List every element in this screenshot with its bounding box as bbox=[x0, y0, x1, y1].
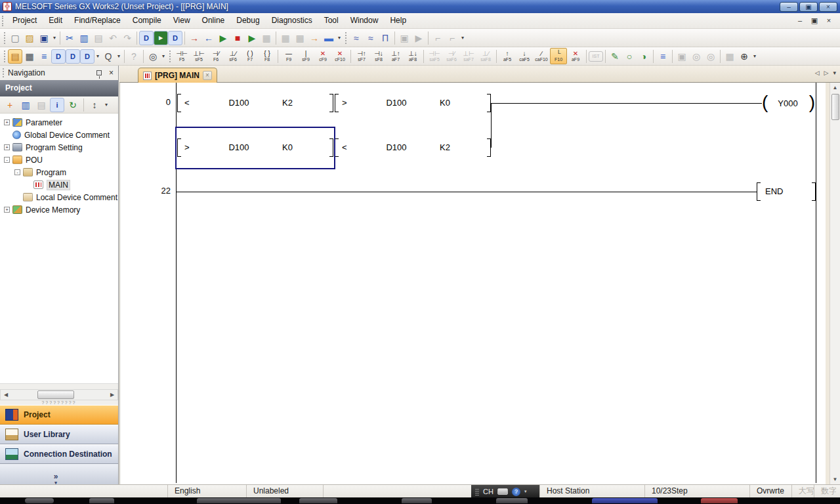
tree-item-global-device-comment[interactable]: Global Device Comment bbox=[0, 129, 118, 141]
ladder-end-instruction[interactable]: END bbox=[757, 182, 816, 201]
restore-button[interactable]: ▣ bbox=[799, 2, 818, 12]
scrollbar-thumb[interactable] bbox=[831, 94, 839, 120]
menu-edit[interactable]: Edit bbox=[43, 13, 68, 28]
menu-compile[interactable]: Compile bbox=[127, 13, 167, 28]
panel-grip[interactable] bbox=[3, 68, 4, 77]
coil-button[interactable]: ( )F7 bbox=[242, 48, 259, 64]
ime-language[interactable]: CH bbox=[483, 488, 494, 495]
sort-filter-icon[interactable]: ↕ bbox=[87, 98, 102, 112]
skip-execution-icon[interactable]: → bbox=[307, 31, 322, 45]
tree-item-program[interactable]: -Program bbox=[0, 166, 118, 178]
dropdown-arrow-icon[interactable]: ▾ bbox=[751, 53, 758, 59]
tree-horizontal-scrollbar[interactable]: ◀ ▶ bbox=[0, 389, 118, 400]
menu-debug[interactable]: Debug bbox=[230, 13, 265, 28]
edit-device-comment-icon[interactable]: ✎ bbox=[608, 49, 622, 64]
toolbar-grip[interactable] bbox=[169, 51, 171, 62]
language-bar[interactable]: CH ? ▾ bbox=[471, 485, 539, 498]
tree-item-parameter[interactable]: +Parameter bbox=[0, 116, 118, 129]
copy-icon[interactable]: ▥ bbox=[77, 31, 91, 45]
minimize-button[interactable]: – bbox=[780, 2, 798, 12]
start-simulation-icon[interactable]: ▸ bbox=[154, 31, 168, 45]
device-comment-list-icon[interactable]: D bbox=[51, 49, 66, 64]
tree-expander-icon[interactable]: - bbox=[14, 169, 20, 175]
invert-result-button[interactable]: ↑aF5 bbox=[499, 48, 516, 64]
view-selector-more[interactable]: » ▾ bbox=[0, 464, 118, 485]
scroll-down-icon[interactable]: ▼ bbox=[830, 474, 840, 484]
tree-item-device-memory[interactable]: +Device Memory bbox=[0, 203, 118, 216]
taskbar-item[interactable] bbox=[701, 498, 738, 503]
menu-view[interactable]: View bbox=[167, 13, 196, 28]
vertical-scrollbar[interactable]: ▲ ▼ bbox=[830, 83, 840, 484]
falling-pulse-branch-button[interactable]: ⊥↓aF8 bbox=[404, 48, 421, 64]
taskbar-item[interactable] bbox=[299, 498, 337, 503]
monitor-watch-icon[interactable]: ▶ bbox=[245, 31, 259, 45]
dropdown-arrow-icon[interactable]: ▾ bbox=[459, 35, 466, 41]
close-button[interactable]: × bbox=[819, 2, 837, 12]
mdi-restore-button[interactable]: ▣ bbox=[810, 16, 819, 25]
tree-item-program-setting[interactable]: +Program Setting bbox=[0, 141, 118, 154]
cross-reference-icon[interactable]: ◎ bbox=[146, 49, 160, 64]
tree-expander-icon[interactable]: - bbox=[4, 157, 10, 163]
pin-icon[interactable] bbox=[96, 70, 102, 75]
scrollbar-thumb[interactable] bbox=[37, 390, 74, 399]
write-to-plc-icon[interactable]: → bbox=[187, 31, 201, 45]
tab-scroll-right-icon[interactable]: ▷ bbox=[824, 70, 829, 76]
cut-icon[interactable]: ✂ bbox=[62, 31, 77, 45]
dropdown-arrow-icon[interactable]: ▾ bbox=[94, 53, 101, 59]
new-data-icon[interactable]: + bbox=[3, 98, 17, 112]
dropdown-arrow-icon[interactable]: ▾ bbox=[160, 53, 167, 59]
toolbar-grip[interactable] bbox=[4, 51, 5, 62]
view-button-user-library[interactable]: User Library bbox=[0, 425, 118, 444]
horizontal-line-button[interactable]: —F9 bbox=[280, 48, 297, 64]
tree-expander-icon[interactable]: + bbox=[4, 207, 10, 213]
device-display-icon[interactable]: D bbox=[80, 49, 94, 64]
view-button-connection-destination[interactable]: Connection Destination bbox=[0, 444, 118, 464]
new-project-icon[interactable]: ▢ bbox=[8, 31, 22, 45]
dropdown-arrow-icon[interactable]: ▾ bbox=[51, 35, 58, 41]
open-project-icon[interactable]: ▨ bbox=[22, 31, 37, 45]
delete-line-mode-button[interactable]: ✕aF9 bbox=[567, 48, 584, 64]
toolbar-grip[interactable] bbox=[345, 32, 346, 44]
ladder-contact[interactable]: >D100K0 bbox=[335, 94, 491, 112]
delete-horizontal-line-button[interactable]: ✕cF9 bbox=[314, 48, 331, 64]
taskbar-item[interactable] bbox=[89, 498, 114, 503]
scroll-right-icon[interactable]: ▶ bbox=[107, 390, 117, 400]
tree-item-main[interactable]: MAIN bbox=[0, 178, 118, 191]
delete-line-button[interactable]: ∕caF10 bbox=[533, 48, 550, 64]
output-window-icon[interactable]: ≡ bbox=[37, 49, 51, 64]
windows-taskbar[interactable] bbox=[0, 497, 840, 504]
view-button-project[interactable]: Project bbox=[0, 405, 118, 425]
application-instruction-button[interactable]: { }F8 bbox=[259, 48, 276, 64]
ladder-logic-test-icon[interactable]: ≈ bbox=[349, 31, 364, 45]
tab-close-icon[interactable]: × bbox=[203, 71, 212, 80]
taskbar-item[interactable] bbox=[402, 498, 432, 503]
menu-diagnostics[interactable]: Diagnostics bbox=[266, 13, 318, 28]
title-bar[interactable]: ╬ MELSOFT Series GX Works2 (Unset Projec… bbox=[0, 0, 840, 13]
scroll-up-icon[interactable]: ▲ bbox=[830, 83, 840, 93]
open-contact-button[interactable]: ⊣⊢F5 bbox=[173, 48, 190, 64]
scroll-left-icon[interactable]: ◀ bbox=[1, 390, 11, 400]
tab-prg-main[interactable]: [PRG] MAIN × bbox=[138, 68, 217, 83]
ladder-contact[interactable]: <D100K2 bbox=[335, 138, 491, 157]
close-branch-button[interactable]: ⊥∕sF6 bbox=[224, 48, 242, 64]
tab-scroll-left-icon[interactable]: ◁ bbox=[815, 70, 820, 76]
save-project-icon[interactable]: ▣ bbox=[37, 31, 51, 45]
stop-simulation-icon[interactable]: D bbox=[168, 31, 182, 45]
property-icon[interactable]: i bbox=[50, 98, 64, 112]
function-block-selection-icon[interactable]: ▦ bbox=[22, 49, 37, 64]
statement-edit-icon[interactable]: ≡ bbox=[656, 49, 670, 64]
toolbar-grip[interactable] bbox=[4, 32, 5, 44]
tree-expander-icon[interactable]: + bbox=[4, 119, 10, 125]
panel-splitter[interactable]: ????????? bbox=[0, 400, 118, 405]
navigation-window-icon[interactable]: ▤ bbox=[8, 49, 22, 64]
language-bar-grip[interactable] bbox=[475, 488, 479, 495]
monitor-start-icon[interactable]: ▶ bbox=[216, 31, 230, 45]
tab-list-icon[interactable]: ▾ bbox=[833, 70, 836, 76]
ladder-contact[interactable]: <D100K2 bbox=[177, 94, 333, 112]
dropdown-arrow-icon[interactable]: ▾ bbox=[116, 53, 122, 59]
find-icon[interactable]: Q bbox=[101, 49, 116, 64]
menu-project[interactable]: Project bbox=[7, 13, 43, 28]
open-branch-button[interactable]: ⊥⊢sF5 bbox=[190, 48, 207, 64]
device-comment-edit-icon[interactable]: ○ bbox=[622, 49, 637, 64]
dropdown-arrow-icon[interactable]: ▾ bbox=[103, 102, 110, 108]
